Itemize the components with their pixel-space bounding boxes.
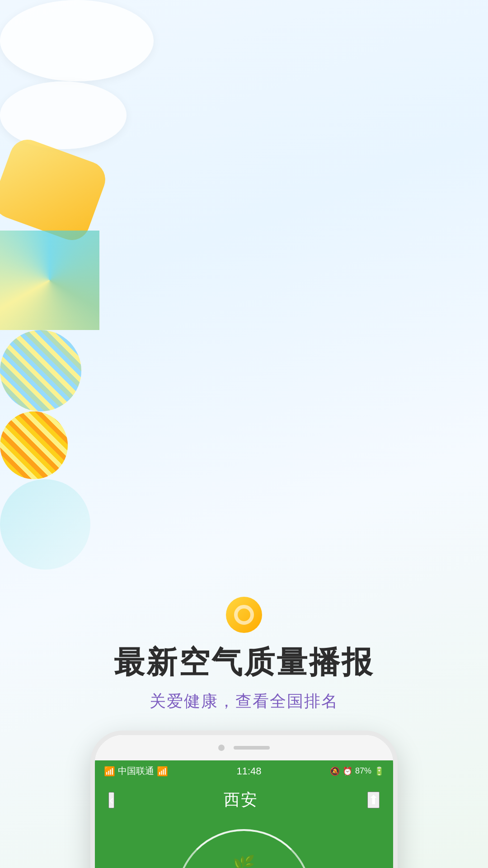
share-button[interactable]: ⬆ <box>367 792 380 808</box>
bg-blob-tr <box>0 81 127 149</box>
bg-blob-bottom-left <box>0 411 68 479</box>
top-section: 最新空气质量播报 关爱健康，查看全国排名 <box>0 570 488 712</box>
bg-blob-bottom-right <box>0 479 90 570</box>
bg-blob-left-circle <box>0 231 99 330</box>
bg-blob-tl <box>0 0 154 81</box>
phone-mockup: 📶 中国联通 📶 11:48 🔕 ⏰ 87% 🔋 ‹ 西安 ⬆ 🌿 48 空气 <box>90 731 398 868</box>
city-title: 西安 <box>224 789 258 811</box>
status-right: 🔕 ⏰ 87% 🔋 <box>330 766 384 776</box>
wifi-icon: 📶 <box>157 766 168 777</box>
aqi-circle: 🌿 48 空气质量优 <box>176 829 312 868</box>
main-title: 最新空气质量播报 <box>0 642 488 683</box>
bg-blob-top-right <box>0 135 110 245</box>
status-bar: 📶 中国联通 📶 11:48 🔕 ⏰ 87% 🔋 <box>95 760 393 782</box>
sub-title: 关爱健康，查看全国排名 <box>0 690 488 712</box>
status-left: 📶 中国联通 📶 <box>104 765 168 777</box>
app-header: ‹ 西安 ⬆ <box>95 782 393 820</box>
back-button[interactable]: ‹ <box>108 792 114 808</box>
signal-icon: 📶 <box>104 766 115 777</box>
battery-pct: 87% <box>355 766 371 776</box>
phone-speaker <box>234 746 270 750</box>
phone-camera <box>218 745 225 751</box>
sun-icon <box>226 597 262 633</box>
aqi-card: 🌿 48 空气质量优 🔖 在全国排名 192/354 › <box>95 820 393 868</box>
carrier-name: 中国联通 <box>118 765 154 777</box>
clock-icon: ⏰ <box>343 766 352 776</box>
phone-body: 📶 中国联通 📶 11:48 🔕 ⏰ 87% 🔋 ‹ 西安 ⬆ 🌿 48 空气 <box>90 731 398 868</box>
battery-icon: 🔋 <box>374 766 384 776</box>
phone-top-bar <box>95 735 393 760</box>
leaf-icon: 🌿 <box>233 854 255 868</box>
alarm-icon: 🔕 <box>330 766 340 776</box>
status-time: 11:48 <box>236 765 261 777</box>
bg-blob-right-stripe <box>0 330 81 411</box>
